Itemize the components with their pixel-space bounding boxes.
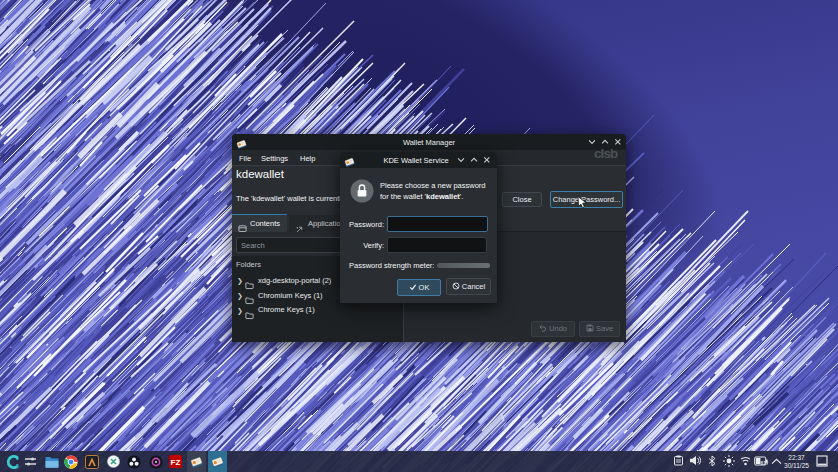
svg-text:FZ: FZ — [171, 458, 181, 467]
svg-text:61%: 61% — [761, 461, 768, 466]
